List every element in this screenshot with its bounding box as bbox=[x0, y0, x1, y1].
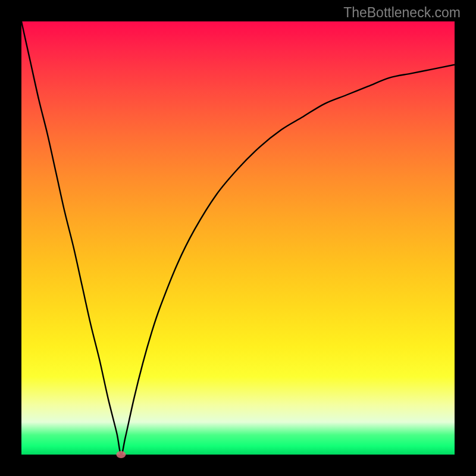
watermark-text: TheBottleneck.com bbox=[343, 5, 461, 21]
plot-area bbox=[21, 21, 455, 455]
minimum-marker bbox=[116, 451, 126, 458]
curve-layer bbox=[21, 21, 455, 455]
bottleneck-curve bbox=[21, 21, 455, 455]
